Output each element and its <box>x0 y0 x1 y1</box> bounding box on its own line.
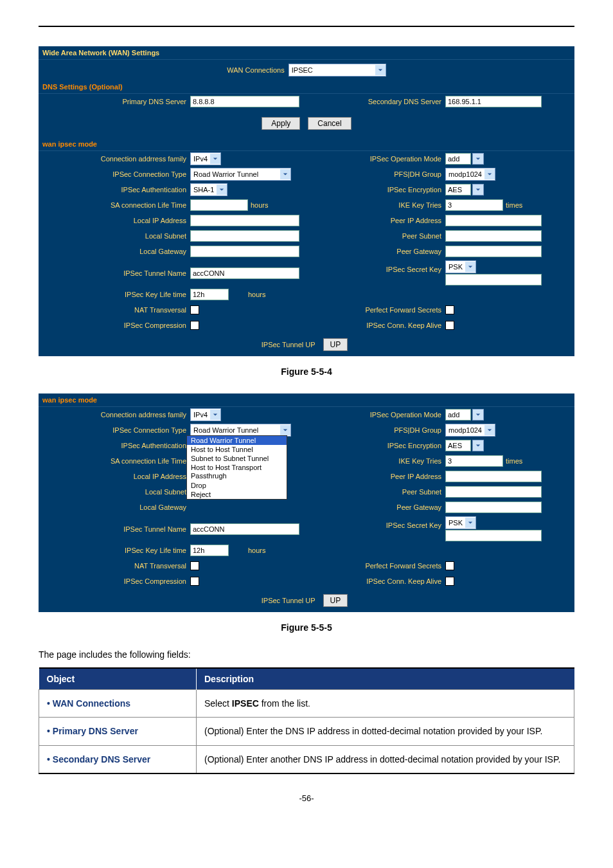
chevron-down-icon[interactable] <box>472 184 484 195</box>
peer-ip-input-2[interactable] <box>445 471 542 482</box>
page-number: -56- <box>39 793 574 803</box>
dropdown-option[interactable]: Reject <box>187 490 287 499</box>
comp-checkbox-2[interactable] <box>190 577 199 586</box>
nat-label-2: NAT Transversal <box>39 562 190 570</box>
chevron-down-icon <box>465 262 475 272</box>
chevron-down-icon[interactable] <box>472 440 484 451</box>
chevron-down-icon <box>217 185 227 195</box>
chevron-down-icon <box>280 169 290 179</box>
chevron-down-icon[interactable] <box>472 153 484 165</box>
nat-checkbox-2[interactable] <box>190 561 199 570</box>
chevron-down-icon <box>484 169 495 179</box>
secondary-dns-input[interactable] <box>445 96 542 107</box>
dropdown-option[interactable]: Host to Host Tunnel <box>187 445 287 454</box>
dropdown-option[interactable]: Drop <box>187 481 287 490</box>
enc-input-2[interactable] <box>445 440 471 451</box>
dropdown-option[interactable]: Host to Host Transport Passthrugh <box>187 463 287 481</box>
chevron-down-icon[interactable] <box>472 409 484 420</box>
conn-type-label-2: IPSec Connection Type <box>39 426 190 434</box>
figure-caption-1: Figure 5-5-4 <box>39 366 574 377</box>
up-button-2[interactable]: UP <box>323 594 348 607</box>
wan-ipsec-mode-title: wan ipsec mode <box>39 138 574 151</box>
op-mode-label-2: IPSec Operation Mode <box>306 411 445 419</box>
ike-input[interactable] <box>445 199 503 211</box>
figure-caption-2: Figure 5-5-5 <box>39 622 574 633</box>
secret-key-group: PSK <box>445 260 542 285</box>
conn-type-select[interactable]: Road Warrior Tunnel <box>190 168 291 181</box>
tunnel-name-input-2[interactable] <box>190 523 299 535</box>
table-header-object: Object <box>39 668 197 690</box>
conn-family-select[interactable]: IPv4 <box>190 152 221 165</box>
secret-key-input[interactable] <box>445 274 542 285</box>
primary-dns-input[interactable] <box>190 96 299 107</box>
peer-subnet-input[interactable] <box>445 230 542 242</box>
chevron-down-icon <box>280 425 290 435</box>
op-mode-input-2[interactable] <box>445 409 471 420</box>
ike-label-2: IKE Key Tries <box>306 457 445 465</box>
local-ip-input[interactable] <box>190 215 299 226</box>
conn-type-select-2[interactable]: Road Warrior Tunnel <box>190 424 291 437</box>
peer-gw-label-2: Peer Gateway <box>306 503 445 511</box>
enc-label: IPSec Encryption <box>306 186 445 194</box>
wan-connections-select[interactable]: IPSEC <box>289 64 386 77</box>
pfs-select-2[interactable]: modp1024 <box>445 424 495 437</box>
times-unit: times <box>506 457 522 465</box>
conn-family-label: Connection addrress family <box>39 155 190 163</box>
secret-key-type-select[interactable]: PSK <box>445 260 476 273</box>
chevron-down-icon <box>465 518 475 528</box>
ike-input-2[interactable] <box>445 455 503 467</box>
table-row-desc: (Optional) Enter another DNS IP address … <box>197 745 574 773</box>
secret-key-group-2: PSK <box>445 516 542 541</box>
peer-gw-label: Peer Gateway <box>306 248 445 255</box>
fields-table: Object Description WAN Connections Selec… <box>39 667 574 774</box>
apply-button[interactable]: Apply <box>262 117 300 130</box>
pfs-secrets-label: Perfect Forward Secrets <box>306 306 445 314</box>
secret-key-type-select-2[interactable]: PSK <box>445 516 476 529</box>
secret-key-input-2[interactable] <box>445 530 542 541</box>
wan-settings-panel: Wide Area Network (WAN) Settings WAN Con… <box>39 46 574 356</box>
pfs-checkbox-2[interactable] <box>445 561 454 570</box>
secondary-dns-label: Secondary DNS Server <box>306 98 445 105</box>
enc-input[interactable] <box>445 184 471 195</box>
op-mode-input[interactable] <box>445 153 471 165</box>
hours-unit: hours <box>248 547 266 554</box>
pfs-select[interactable]: modp1024 <box>445 168 495 181</box>
local-subnet-input[interactable] <box>190 230 299 242</box>
key-life-input-2[interactable] <box>190 545 229 556</box>
conn-family-select-2[interactable]: IPv4 <box>190 408 221 421</box>
up-button[interactable]: UP <box>323 338 348 351</box>
nat-checkbox[interactable] <box>190 305 199 314</box>
tunnel-name-input[interactable] <box>190 267 299 279</box>
comp-checkbox[interactable] <box>190 321 199 330</box>
peer-ip-input[interactable] <box>445 215 542 226</box>
table-header-description: Description <box>197 668 574 690</box>
conn-type-label: IPSec Connection Type <box>39 170 190 178</box>
local-gw-input[interactable] <box>190 246 299 257</box>
hours-unit: hours <box>248 291 266 298</box>
op-mode-label: IPSec Operation Mode <box>306 155 445 163</box>
comp-label-2: IPSec Compression <box>39 577 190 585</box>
chevron-down-icon <box>210 154 220 164</box>
table-row-object: WAN Connections <box>39 690 197 718</box>
auth-select[interactable]: SHA-1 <box>190 183 227 196</box>
wan-ipsec-mode-panel-2: wan ipsec mode Connection addrress famil… <box>39 393 574 612</box>
tunnel-up-label: IPSec Tunnel UP <box>262 341 315 348</box>
conn-type-dropdown-open[interactable]: Road Warrior Tunnel Host to Host Tunnel … <box>186 435 287 500</box>
enc-label-2: IPSec Encryption <box>306 442 445 449</box>
peer-subnet-input-2[interactable] <box>445 486 542 498</box>
keepalive-checkbox[interactable] <box>445 321 454 330</box>
keepalive-checkbox-2[interactable] <box>445 577 454 586</box>
key-life-input[interactable] <box>190 289 229 300</box>
dropdown-option[interactable]: Subnet to Subnet Tunnel <box>187 454 287 463</box>
dropdown-option[interactable]: Road Warrior Tunnel <box>187 436 287 445</box>
table-row-desc: (Optional) Enter the DNS IP address in d… <box>197 718 574 745</box>
local-gw-label: Local Gateway <box>39 248 190 255</box>
cancel-button[interactable]: Cancel <box>308 117 351 130</box>
peer-gw-input[interactable] <box>445 246 542 257</box>
auth-label-2: IPSec Authentication <box>39 442 190 449</box>
secret-key-label: IPSec Secret Key <box>306 260 445 273</box>
sa-input[interactable] <box>190 199 248 211</box>
pfs-label-2: PFS|DH Group <box>306 426 445 434</box>
peer-gw-input-2[interactable] <box>445 502 542 513</box>
pfs-checkbox[interactable] <box>445 305 454 314</box>
